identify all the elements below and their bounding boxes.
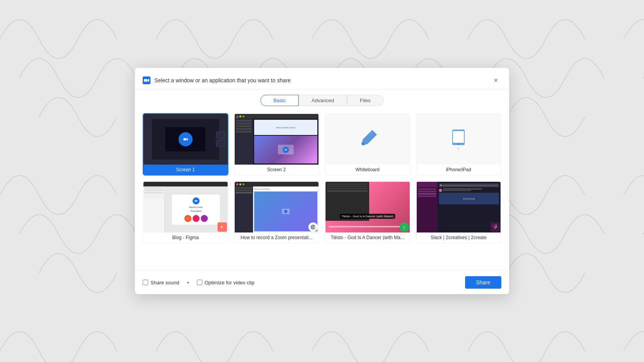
slack-preview: thumbnail [417, 182, 501, 232]
share-sound-group[interactable]: Share sound [143, 280, 179, 286]
pencil-icon [358, 130, 377, 149]
tile-spotify[interactable]: Tiësto - God Is A Dancer (with Mabel) ♪ … [325, 181, 410, 243]
spotify-tooltip: Tiësto - God Is A Dancer (with Mabel) [340, 214, 395, 219]
share-screen-modal: Select a window or an application that y… [135, 68, 509, 294]
whiteboard-label: Whiteboard [326, 165, 410, 175]
slack-app-icon [490, 222, 500, 232]
tile-whiteboard[interactable]: Whiteboard [325, 113, 410, 176]
tile-screen2[interactable]: How to record a Zoom [234, 113, 320, 176]
figma-label: Blog - Figma [143, 232, 228, 243]
screen1-label: Screen 1 [143, 165, 228, 175]
tile-chrome[interactable]: How to record a Zoom [234, 181, 320, 243]
modal-header: Select a window or an application that y… [135, 68, 509, 90]
optimize-label: Optimize for video clip [205, 280, 255, 286]
modal-title: Select a window or an application that y… [154, 77, 490, 83]
share-sound-dropdown[interactable]: ▾ [187, 280, 189, 285]
screen2-badge: 2 [235, 115, 239, 119]
content-area: Screen 1 [135, 106, 509, 270]
tab-advanced[interactable]: Advanced [299, 95, 347, 106]
screen1-preview [143, 114, 228, 165]
tab-basic[interactable]: Basic [260, 95, 299, 106]
svg-point-4 [458, 143, 459, 145]
slack-label: Slack | 2creatives | 2create [417, 232, 501, 243]
figma-app-icon: F [218, 222, 227, 232]
figma-preview: Record a Zoom Presentation [143, 182, 228, 232]
screen2-label: Screen 2 [235, 165, 319, 175]
tile-ipad[interactable]: iPhone/iPad [416, 113, 502, 176]
ipad-icon [450, 129, 467, 146]
modal-footer: Share sound ▾ Optimize for video clip Sh… [135, 270, 509, 294]
whiteboard-preview [326, 114, 410, 165]
tile-figma[interactable]: Record a Zoom Presentation [143, 181, 228, 243]
ipad-label: iPhone/iPad [417, 165, 501, 175]
tab-files[interactable]: Files [347, 95, 383, 106]
zoom-icon [143, 76, 150, 84]
chrome-label: How to record a Zoom presentati... [235, 232, 319, 243]
tiles-grid: Screen 1 [143, 113, 501, 243]
chrome-preview: How to record a Zoom [235, 182, 319, 232]
optimize-checkbox[interactable] [197, 280, 202, 285]
tile-screen1[interactable]: Screen 1 [143, 113, 228, 176]
share-button[interactable]: Share [465, 276, 501, 289]
svg-rect-3 [453, 131, 464, 143]
share-sound-checkbox[interactable] [143, 280, 148, 285]
chrome-app-icon [308, 222, 318, 232]
share-sound-label: Share sound [150, 280, 179, 286]
close-button[interactable]: × [490, 75, 501, 86]
spotify-label: Tiësto - God Is A Dancer (with Ma... [326, 232, 410, 243]
ipad-preview [417, 114, 501, 165]
optimize-group[interactable]: Optimize for video clip [197, 280, 255, 286]
tabs-row: Basic Advanced Files [135, 90, 509, 106]
spotify-app-icon: ♪ [400, 222, 409, 232]
svg-point-8 [312, 226, 314, 228]
tile-slack[interactable]: thumbnail [416, 181, 502, 243]
svg-rect-9 [490, 222, 500, 232]
screen2-preview: How to record a Zoom [235, 114, 319, 165]
spotify-preview: Tiësto - God Is A Dancer (with Mabel) ♪ [326, 182, 410, 232]
